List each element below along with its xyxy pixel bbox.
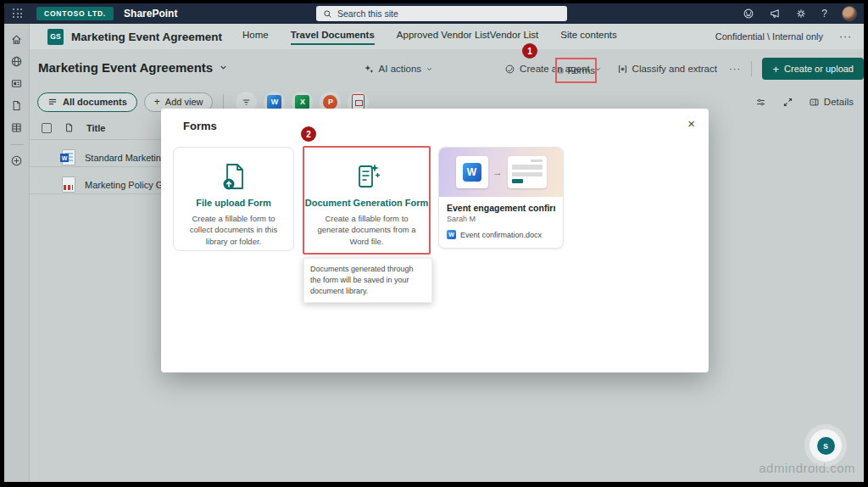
view-settings-icon[interactable] <box>754 97 767 108</box>
forms-button[interactable]: Forms <box>555 58 597 83</box>
sharepoint-bubble[interactable]: s <box>810 429 842 462</box>
file-column-icon <box>64 122 75 133</box>
annotation-step-2: 2 <box>301 126 316 142</box>
news-icon[interactable] <box>10 77 23 90</box>
table-divider <box>30 193 161 194</box>
rail-divider <box>10 144 24 145</box>
file-upload-form-card[interactable]: File upload Form Create a fillable form … <box>173 147 294 251</box>
select-all-checkbox[interactable] <box>42 123 52 133</box>
settings-gear-icon[interactable] <box>795 8 807 20</box>
sensitivity-label: Confidential \ Internal only <box>715 31 823 42</box>
command-divider <box>751 61 752 76</box>
pages-icon[interactable] <box>10 99 23 112</box>
card-title: Document Generation Form <box>305 198 428 208</box>
file-upload-icon <box>220 162 248 193</box>
add-navigation-icon[interactable] <box>10 154 23 167</box>
word-icon: W <box>463 163 481 182</box>
sharepoint-logo-icon: s <box>817 437 835 455</box>
dialog-title: Forms <box>183 120 217 132</box>
site-title[interactable]: Marketing Event Agreement <box>71 31 222 43</box>
view-selector-all-documents[interactable]: All documents <box>37 92 137 112</box>
table-header: Title <box>42 122 105 133</box>
view-divider <box>223 94 224 109</box>
create-or-upload-button[interactable]: + Create or upload <box>762 58 864 80</box>
word-icon: W <box>447 230 456 239</box>
nav-approved-vendor-list[interactable]: Approved Vendor ListVendor List <box>397 28 539 45</box>
card-description: Create a fillable form to generate docum… <box>304 213 429 247</box>
close-icon[interactable]: × <box>687 117 695 130</box>
site-navigation: Home Travel Documents Approved Vendor Li… <box>242 28 617 45</box>
table-divider <box>30 139 161 140</box>
search-placeholder: Search this site <box>337 8 398 19</box>
header-more-icon[interactable]: ··· <box>839 31 852 42</box>
list-view-icon <box>47 97 58 107</box>
app-launcher-icon[interactable] <box>13 8 23 19</box>
suite-bar: CONTOSO LTD. SharePoint Search this site… <box>4 3 864 24</box>
nav-site-contents[interactable]: Site contents <box>560 28 616 45</box>
document-generation-form-card[interactable]: Document Generation Form Create a fillab… <box>303 146 431 255</box>
copilot-icon[interactable] <box>743 8 754 20</box>
form-preview-tile <box>508 156 547 188</box>
chevron-down-icon <box>219 63 228 72</box>
classify-icon <box>617 64 628 75</box>
card-title: File upload Form <box>196 198 271 208</box>
word-tile: W <box>456 156 488 188</box>
pdf-icon <box>352 94 364 109</box>
pdf-file-icon <box>62 176 75 193</box>
plus-icon: + <box>154 96 160 108</box>
details-icon <box>809 97 820 108</box>
left-navigation-rail <box>4 24 30 482</box>
command-bar: Marketing Event Agreements AI actions Cr… <box>30 49 864 87</box>
org-badge[interactable]: CONTOSO LTD. <box>36 7 114 20</box>
globe-icon[interactable] <box>10 55 23 68</box>
annotation-step-1: 1 <box>522 43 537 59</box>
column-title[interactable]: Title <box>86 123 105 133</box>
template-file-name: Event confirmation.docx <box>460 231 542 239</box>
help-icon[interactable]: ? <box>821 8 827 20</box>
sharepoint-window: CONTOSO LTD. SharePoint Search this site… <box>4 3 864 482</box>
forms-icon <box>557 65 564 76</box>
details-pane-button[interactable]: Details <box>809 97 854 108</box>
home-icon[interactable] <box>10 33 23 46</box>
command-overflow-icon[interactable]: ··· <box>729 64 742 74</box>
chevron-down-icon <box>426 65 433 73</box>
product-name: SharePoint <box>124 8 177 20</box>
nav-travel-documents[interactable]: Travel Documents <box>291 28 375 45</box>
template-preview: W → <box>439 148 563 197</box>
site-logo[interactable]: GS <box>47 29 64 45</box>
table-divider <box>30 166 161 167</box>
document-generation-icon <box>353 162 381 193</box>
expand-icon[interactable] <box>782 97 793 108</box>
template-author: Sarah M <box>447 215 555 223</box>
sparkle-icon <box>364 64 375 75</box>
tooltip: Documents generated through the form wil… <box>303 258 432 303</box>
megaphone-icon[interactable] <box>769 8 781 20</box>
watermark: admindroid.com <box>759 461 855 475</box>
excel-icon: X <box>295 95 309 109</box>
table-row[interactable]: Marketing Policy Guid <box>62 176 175 193</box>
search-icon <box>323 9 332 19</box>
forms-dialog: Forms × File upload Form Create a fillab… <box>161 109 709 372</box>
nav-home[interactable]: Home <box>242 28 269 45</box>
account-avatar[interactable] <box>842 6 857 21</box>
search-input[interactable]: Search this site <box>316 6 567 21</box>
library-title[interactable]: Marketing Event Agreements <box>38 60 228 75</box>
site-header: GS Marketing Event Agreement Home Travel… <box>30 24 864 49</box>
plus-icon: + <box>772 63 779 76</box>
classify-extract-button[interactable]: Classify and extract <box>617 64 717 75</box>
word-icon: W <box>267 95 281 109</box>
card-description: Create a fillable form to collect docume… <box>174 213 293 247</box>
arrow-right-icon: → <box>493 167 503 177</box>
powerpoint-icon: P <box>323 95 337 109</box>
event-confirmation-template-card[interactable]: W → Event engagement confirmati… Sarah M… <box>438 147 564 249</box>
document-library-icon[interactable] <box>10 121 23 134</box>
template-title: Event engagement confirmati… <box>447 203 555 213</box>
ai-actions-button[interactable]: AI actions <box>364 64 434 75</box>
agent-icon <box>504 64 515 75</box>
word-file-icon: W <box>62 149 75 165</box>
